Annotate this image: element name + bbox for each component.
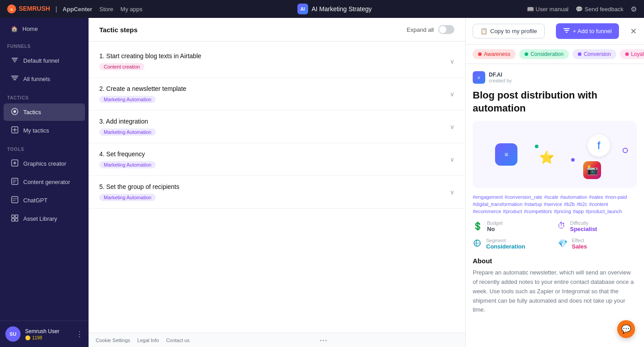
step-title-4: 4. Set frequency — [99, 150, 156, 158]
step-title-5: 5. Set the group of recipients — [99, 183, 179, 190]
hashtag-app: #app — [573, 209, 584, 214]
step-tag-3: Marketing Automation — [99, 129, 156, 136]
funnel-tag-consideration[interactable]: Consideration — [519, 49, 569, 59]
user-manual-link[interactable]: 📖 User manual — [527, 6, 569, 13]
bottom-dots: ••• — [320, 338, 328, 343]
funnel-tag-awareness[interactable]: Awareness — [473, 49, 516, 59]
sidebar-item-home[interactable]: 🏠 Home — [4, 21, 85, 36]
svg-rect-18 — [15, 218, 18, 221]
step-item-4: 4. Set frequency Marketing Automation ∨ — [89, 143, 465, 176]
sidebar-item-graphics-creator[interactable]: Graphics creator — [4, 155, 85, 172]
brand-logo: S SEMRUSH | AppCenter — [7, 4, 92, 13]
creator-badge: ≡ DF.AI created by — [473, 71, 637, 84]
sidebar-item-chatgpt[interactable]: ChatGPT — [4, 192, 85, 209]
step-header-3[interactable]: 3. Add integration Marketing Automation … — [89, 111, 465, 143]
svg-rect-3 — [13, 60, 17, 60]
top-right-actions: 📖 User manual 💬 Send feedback ⚙ — [527, 5, 637, 13]
expand-all-row: Expand all — [407, 25, 454, 34]
svg-rect-5 — [11, 76, 18, 77]
panel-close-button[interactable]: ✕ — [630, 26, 637, 36]
hashtag-non-paid: #non-paid — [605, 194, 627, 200]
copy-icon: 📋 — [480, 28, 487, 34]
copy-to-profile-button[interactable]: 📋 Copy to my profile — [473, 24, 545, 39]
effect-value: Sales — [572, 243, 587, 250]
effect-item: 💎 Effect Sales — [558, 238, 637, 250]
creator-logo: ≡ — [473, 71, 485, 84]
awareness-dot — [478, 52, 482, 56]
funnel-tag-loyalty[interactable]: Loyalty — [620, 49, 644, 59]
hashtag-scale: #scale — [544, 194, 559, 200]
effect-icon: 💎 — [558, 239, 568, 248]
hashtag-automation: #automation — [560, 194, 587, 200]
chevron-icon-4: ∨ — [450, 156, 454, 163]
sidebar-item-my-tactics[interactable]: My tactics — [4, 122, 85, 139]
chevron-icon-2: ∨ — [450, 90, 454, 98]
budget-value: No — [487, 226, 503, 232]
segment-icon — [473, 239, 482, 250]
chat-button[interactable]: 💬 — [617, 320, 635, 338]
asset-library-icon — [11, 214, 19, 223]
funnel-icon — [11, 56, 19, 65]
budget-label: Budget — [487, 220, 503, 226]
main-layout: 🏠 Home FUNNELS Default funnel All funnel… — [0, 18, 644, 347]
store-link[interactable]: Store — [99, 6, 113, 13]
step-title-1: 1. Start creating blog texts in Airtable — [99, 52, 201, 60]
nav-links: Store My apps — [99, 6, 142, 13]
user-info: Semrush User 🟡 1198 — [25, 328, 72, 340]
expand-all-toggle[interactable] — [438, 25, 454, 34]
card-title: Blog post distribution with automation — [473, 89, 637, 115]
funnel-tag-conversion[interactable]: Conversion — [572, 49, 616, 59]
footer-links: Cookie Settings Legal Info Contact us — [96, 338, 190, 343]
sidebar: 🏠 Home FUNNELS Default funnel All funnel… — [0, 18, 89, 347]
step-tag-2: Marketing Automation — [99, 96, 156, 103]
segment-item: Segment Consideration — [473, 238, 552, 250]
chevron-icon-5: ∨ — [450, 188, 454, 196]
svg-rect-6 — [12, 77, 17, 78]
sidebar-user-area: SU Semrush User 🟡 1198 ⋮ — [0, 321, 89, 347]
hashtag-b2c: #b2c — [577, 201, 588, 207]
step-item-5: 5. Set the group of recipients Marketing… — [89, 176, 465, 209]
budget-item: 💲 Budget No — [473, 220, 552, 232]
settings-gear-button[interactable]: ⚙ — [631, 5, 637, 13]
about-title: About — [473, 257, 637, 265]
sidebar-item-tactics[interactable]: Tactics — [4, 103, 85, 121]
send-feedback-link[interactable]: 💬 Send feedback — [576, 6, 623, 13]
step-item-2: 2. Create a newsletter template Marketin… — [89, 78, 465, 111]
svg-rect-15 — [12, 215, 14, 218]
hashtag-product: #product — [503, 209, 522, 214]
main-content: Tactic steps Expand all 1. Start creatin… — [89, 18, 465, 347]
svg-rect-21 — [566, 32, 568, 33]
step-header-2[interactable]: 2. Create a newsletter template Marketin… — [89, 78, 465, 110]
myapps-link[interactable]: My apps — [120, 6, 142, 13]
step-header-5[interactable]: 5. Set the group of recipients Marketing… — [89, 176, 465, 208]
step-header-4[interactable]: 4. Set frequency Marketing Automation ∨ — [89, 143, 465, 176]
consideration-dot — [525, 52, 528, 56]
sidebar-item-all-funnels[interactable]: All funnels — [4, 70, 85, 88]
home-icon: 🏠 — [11, 26, 18, 32]
coin-icon: 🟡 — [25, 335, 30, 340]
svg-rect-17 — [12, 218, 14, 221]
user-more-button[interactable]: ⋮ — [76, 330, 83, 338]
add-to-funnel-button[interactable]: + Add to funnel — [556, 23, 619, 39]
sidebar-item-asset-library[interactable]: Asset Library — [4, 210, 85, 227]
step-header-1[interactable]: 1. Start creating blog texts in Airtable… — [89, 45, 465, 77]
hashtag-engagement: #engagement — [473, 194, 503, 200]
step-title-2: 2. Create a newsletter template — [99, 85, 186, 92]
app-icon: AI — [297, 4, 308, 14]
divider: | — [55, 5, 57, 13]
hashtags-row: #engagement #conversion_rate #scale #aut… — [473, 194, 637, 214]
step-title-3: 3. Add integration — [99, 118, 156, 125]
difficulty-value: Specialist — [570, 226, 597, 232]
step-tag-4: Marketing Automation — [99, 161, 156, 168]
about-text: Prepare an automatic newsletter, which w… — [473, 268, 637, 315]
svg-point-9 — [13, 110, 16, 113]
sidebar-item-default-funnel[interactable]: Default funnel — [4, 52, 85, 69]
creator-brand: DF.AI — [489, 72, 512, 78]
cookie-settings-link[interactable]: Cookie Settings — [96, 338, 130, 343]
legal-info-link[interactable]: Legal Info — [137, 338, 159, 343]
contact-us-link[interactable]: Contact us — [166, 338, 190, 343]
loyalty-dot — [625, 52, 629, 56]
sidebar-item-content-generator[interactable]: Content generator — [4, 173, 85, 191]
tactic-steps-title: Tactic steps — [99, 26, 138, 34]
svg-rect-16 — [15, 215, 18, 218]
